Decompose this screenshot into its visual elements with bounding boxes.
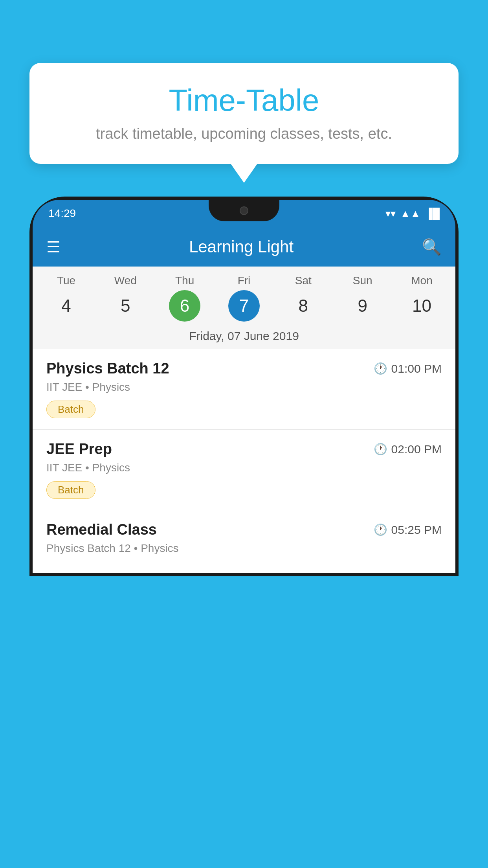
search-icon[interactable]: 🔍 — [422, 238, 442, 256]
event-card-1[interactable]: JEE Prep🕐02:00 PMIIT JEE • PhysicsBatch — [33, 430, 455, 510]
status-bar: 14:29 ▾▾ ▲▲ ▐█ — [33, 200, 455, 227]
event-card-0[interactable]: Physics Batch 12🕐01:00 PMIIT JEE • Physi… — [33, 349, 455, 430]
day-col-tue[interactable]: Tue4 — [42, 274, 90, 322]
status-time: 14:29 — [48, 207, 76, 220]
day-col-wed[interactable]: Wed5 — [102, 274, 149, 322]
clock-icon: 🕐 — [374, 362, 387, 375]
event-name: JEE Prep — [46, 441, 112, 458]
event-time-text: 01:00 PM — [391, 362, 442, 375]
event-time: 🕐01:00 PM — [374, 362, 442, 375]
day-name: Mon — [411, 274, 432, 287]
calendar-section: Tue4Wed5Thu6Fri7Sat8Sun9Mon10 Friday, 07… — [33, 267, 455, 349]
event-card-2[interactable]: Remedial Class🕐05:25 PMPhysics Batch 12 … — [33, 510, 455, 573]
event-tag: Batch — [46, 481, 95, 499]
event-name: Physics Batch 12 — [46, 360, 169, 377]
day-col-sun[interactable]: Sun9 — [339, 274, 386, 322]
event-meta: Physics Batch 12 • Physics — [46, 542, 442, 555]
day-col-mon[interactable]: Mon10 — [398, 274, 445, 322]
day-col-sat[interactable]: Sat8 — [280, 274, 327, 322]
event-tag: Batch — [46, 401, 95, 418]
day-name: Tue — [57, 274, 75, 287]
days-row: Tue4Wed5Thu6Fri7Sat8Sun9Mon10 — [33, 267, 455, 325]
speech-bubble: Time-Table track timetable, upcoming cla… — [29, 63, 459, 164]
event-time-text: 02:00 PM — [391, 443, 442, 456]
phone-inner: ☰ Learning Light 🔍 Tue4Wed5Thu6Fri7Sat8S… — [33, 227, 455, 573]
event-time: 🕐05:25 PM — [374, 523, 442, 537]
day-number[interactable]: 9 — [347, 290, 378, 322]
event-name: Remedial Class — [46, 521, 157, 538]
app-bar: ☰ Learning Light 🔍 — [33, 227, 455, 267]
event-card-top: Remedial Class🕐05:25 PM — [46, 521, 442, 538]
phone-container: 14:29 ▾▾ ▲▲ ▐█ ☰ Learning Light 🔍 Tue4W — [29, 197, 459, 868]
selected-date: Friday, 07 June 2019 — [33, 325, 455, 349]
phone-outer: 14:29 ▾▾ ▲▲ ▐█ ☰ Learning Light 🔍 Tue4W — [29, 197, 459, 576]
camera-dot — [240, 206, 248, 215]
signal-icon: ▲▲ — [400, 208, 420, 220]
day-number[interactable]: 8 — [288, 290, 319, 322]
day-col-fri[interactable]: Fri7 — [220, 274, 268, 322]
day-number[interactable]: 4 — [50, 290, 82, 322]
bubble-subtitle: track timetable, upcoming classes, tests… — [53, 125, 435, 142]
wifi-icon: ▾▾ — [385, 208, 396, 220]
event-time: 🕐02:00 PM — [374, 443, 442, 456]
event-card-top: Physics Batch 12🕐01:00 PM — [46, 360, 442, 377]
day-number[interactable]: 6 — [169, 290, 200, 322]
status-icons: ▾▾ ▲▲ ▐█ — [385, 208, 440, 220]
hamburger-icon[interactable]: ☰ — [46, 238, 61, 256]
bubble-title: Time-Table — [53, 83, 435, 118]
day-name: Thu — [175, 274, 194, 287]
day-number[interactable]: 5 — [110, 290, 141, 322]
day-col-thu[interactable]: Thu6 — [161, 274, 208, 322]
events-list: Physics Batch 12🕐01:00 PMIIT JEE • Physi… — [33, 349, 455, 573]
day-name: Sun — [353, 274, 372, 287]
day-name: Fri — [238, 274, 251, 287]
clock-icon: 🕐 — [374, 523, 387, 536]
day-name: Wed — [114, 274, 137, 287]
app-bar-title: Learning Light — [70, 237, 412, 256]
event-time-text: 05:25 PM — [391, 523, 442, 537]
battery-icon: ▐█ — [425, 208, 440, 220]
notch — [209, 200, 279, 221]
day-number[interactable]: 10 — [406, 290, 437, 322]
day-name: Sat — [295, 274, 312, 287]
clock-icon: 🕐 — [374, 443, 387, 456]
event-meta: IIT JEE • Physics — [46, 381, 442, 394]
event-meta: IIT JEE • Physics — [46, 462, 442, 474]
day-number[interactable]: 7 — [228, 290, 260, 322]
event-card-top: JEE Prep🕐02:00 PM — [46, 441, 442, 458]
